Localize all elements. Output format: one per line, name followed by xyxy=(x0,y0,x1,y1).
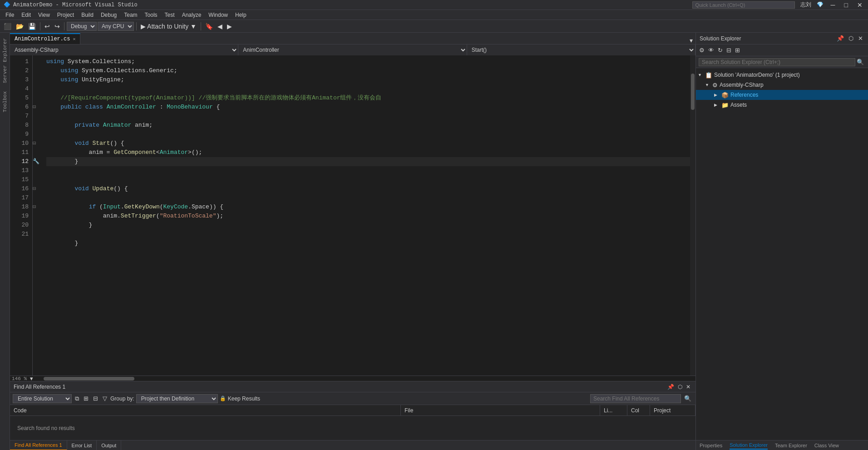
refs-collapse-btn[interactable]: ⊟ xyxy=(92,394,99,403)
menu-view[interactable]: View xyxy=(35,11,54,19)
platform-dropdown[interactable]: Any CPU xyxy=(98,22,134,31)
minimize-button[interactable]: ─ xyxy=(829,1,837,9)
open-btn[interactable]: 📂 xyxy=(14,22,25,30)
refs-expand-btn[interactable]: ⊞ xyxy=(82,394,90,403)
solution-icon: 📋 xyxy=(705,72,712,79)
nav-back-btn[interactable]: ◀ xyxy=(216,22,224,30)
sep1 xyxy=(40,22,40,30)
user-icon: 志刘 xyxy=(800,1,811,9)
refs-filter-btn[interactable]: ▽ xyxy=(101,394,108,403)
nav-fwd-btn[interactable]: ▶ xyxy=(225,22,234,30)
tree-project[interactable]: ▼ ⚙ Assembly-CSharp xyxy=(696,80,868,90)
se-float-btn[interactable]: ⬡ xyxy=(847,34,855,43)
se-close-btn[interactable]: ✕ xyxy=(857,34,864,43)
refs-copy-btn[interactable]: ⧉ xyxy=(74,394,80,403)
code-editor: 1 2 3 4 5 6 7 8 9 10 11 12 13 15 16 17 1… xyxy=(10,55,695,376)
nav-bar: Assembly-CSharp AnimController Start() xyxy=(10,45,695,55)
code-line-16 xyxy=(46,193,690,203)
scrollbar-thumb[interactable] xyxy=(691,74,695,110)
center-area: AnimController.cs ✕ ▾ Assembly-CSharp An… xyxy=(10,33,695,450)
panel-float-btn[interactable]: ⬡ xyxy=(676,383,684,391)
menu-analyze[interactable]: Analyze xyxy=(178,11,205,19)
maximize-button[interactable]: □ xyxy=(843,1,850,9)
ln-5: 5 xyxy=(10,94,29,103)
solution-explorer-tree: ▼ 📋 Solution 'AnimatorDemo' (1 project) … xyxy=(696,68,868,440)
h-scroll-thumb[interactable] xyxy=(44,377,134,381)
quick-launch-input[interactable] xyxy=(692,1,795,9)
bookmark-btn[interactable]: 🔖 xyxy=(203,22,215,30)
menu-file[interactable]: File xyxy=(2,11,18,19)
vertical-scrollbar[interactable] xyxy=(690,55,695,376)
se-pin-btn[interactable]: 📌 xyxy=(835,34,845,43)
toolbox-tab[interactable]: Toolbox xyxy=(1,88,9,116)
code-line-17: if (Input.GetKeyDown(KeyCode.Space)) { xyxy=(46,203,690,212)
horizontal-scrollbar[interactable]: 146 % ▾ xyxy=(10,376,695,381)
code-content[interactable]: using System.Collections; using System.C… xyxy=(42,55,690,376)
group-by-label: Group by: xyxy=(110,396,134,402)
new-project-btn[interactable]: ⬛ xyxy=(2,22,13,30)
server-explorer-tab[interactable]: Server Explorer xyxy=(1,35,9,87)
config-dropdown[interactable]: Debug xyxy=(67,22,97,31)
undo-btn[interactable]: ↩ xyxy=(43,22,52,30)
bottom-tab-find-refs[interactable]: Find All References 1 xyxy=(10,440,67,450)
se-properties-btn[interactable]: ⚙ xyxy=(698,46,706,54)
redo-btn[interactable]: ↪ xyxy=(53,22,62,30)
left-sidebar: Server Explorer Toolbox xyxy=(0,33,10,450)
rp-tab-properties[interactable]: Properties xyxy=(700,442,722,449)
se-new-sol-btn[interactable]: ⊞ xyxy=(734,46,741,54)
method-dropdown[interactable]: Start() xyxy=(467,45,695,55)
class-dropdown[interactable]: AnimController xyxy=(238,45,467,55)
ln-7: 7 xyxy=(10,112,29,121)
bottom-tab-error-list[interactable]: Error List xyxy=(67,440,97,450)
menu-build[interactable]: Build xyxy=(78,11,97,19)
se-refresh-btn[interactable]: ↻ xyxy=(716,46,724,54)
menu-tools[interactable]: Tools xyxy=(141,11,161,19)
rp-tab-solution-explorer[interactable]: Solution Explorer xyxy=(730,441,768,450)
code-line-8: private Animator anim; xyxy=(46,121,690,130)
menu-team[interactable]: Team xyxy=(120,11,141,19)
code-gutter: ⊟ ⊟ 🔧 ⊟ ⊟ xyxy=(33,55,42,376)
save-btn[interactable]: 💾 xyxy=(26,22,38,30)
col-file-header: File xyxy=(401,405,600,416)
title-bar: 🔷 AnimatorDemo - Microsoft Visual Studio… xyxy=(0,0,868,10)
menu-edit[interactable]: Edit xyxy=(18,11,35,19)
se-collapse-all-btn[interactable]: ⊟ xyxy=(725,46,733,54)
tree-references[interactable]: ▶ 📦 References xyxy=(696,90,868,100)
refs-scope-dropdown[interactable]: Entire Solution xyxy=(13,394,72,403)
menu-window[interactable]: Window xyxy=(205,11,232,19)
refs-search-input[interactable] xyxy=(590,394,681,403)
solution-label: Solution 'AnimatorDemo' (1 project) xyxy=(714,72,800,78)
menu-test[interactable]: Test xyxy=(161,11,178,19)
panel-close-btn[interactable]: ✕ xyxy=(685,383,692,391)
menu-project[interactable]: Project xyxy=(54,11,78,19)
rp-tab-team-explorer[interactable]: Team Explorer xyxy=(775,442,807,449)
tree-solution[interactable]: ▼ 📋 Solution 'AnimatorDemo' (1 project) xyxy=(696,70,868,80)
rp-tab-class-view[interactable]: Class View xyxy=(814,442,839,449)
project-label: Assembly-CSharp xyxy=(720,82,764,88)
lock-icon: 🔒 xyxy=(220,396,226,401)
toolbar: ⬛ 📂 💾 ↩ ↪ Debug Any CPU ▶ Attach to Unit… xyxy=(0,20,868,33)
close-button[interactable]: ✕ xyxy=(855,1,864,9)
bottom-tabs: Find All References 1 Error List Output xyxy=(10,440,695,450)
tab-close-icon[interactable]: ✕ xyxy=(73,36,75,42)
tab-anim-controller[interactable]: AnimController.cs ✕ xyxy=(10,33,80,44)
se-search-btn[interactable]: 🔍 xyxy=(855,58,865,66)
tab-list-dropdown[interactable]: ▾ xyxy=(687,37,695,44)
code-line-7 xyxy=(46,112,690,121)
attach-unity-btn[interactable]: ▶ Attach to Unity ▼ xyxy=(139,22,198,30)
assembly-dropdown[interactable]: Assembly-CSharp xyxy=(10,45,238,55)
se-search-input[interactable] xyxy=(699,58,855,66)
menu-debug[interactable]: Debug xyxy=(97,11,120,19)
menu-help[interactable]: Help xyxy=(232,11,250,19)
panel-pin-btn[interactable]: 📌 xyxy=(666,383,676,391)
ln-18: 18 xyxy=(10,203,29,212)
editor-tabs: AnimController.cs ✕ ▾ xyxy=(10,33,695,45)
se-show-all-btn[interactable]: 👁 xyxy=(707,46,715,54)
tree-assets[interactable]: ▶ 📁 Assets xyxy=(696,100,868,110)
right-panel-bottom: Properties Solution Explorer Team Explor… xyxy=(696,440,868,450)
code-line-11: anim = GetComponent<Animator>(); xyxy=(46,148,690,157)
bottom-tab-output[interactable]: Output xyxy=(97,440,121,450)
refs-search-btn[interactable]: 🔍 xyxy=(683,394,693,403)
refs-groupby-dropdown[interactable]: Project then Definition xyxy=(136,394,218,403)
project-icon: ⚙ xyxy=(712,82,718,89)
